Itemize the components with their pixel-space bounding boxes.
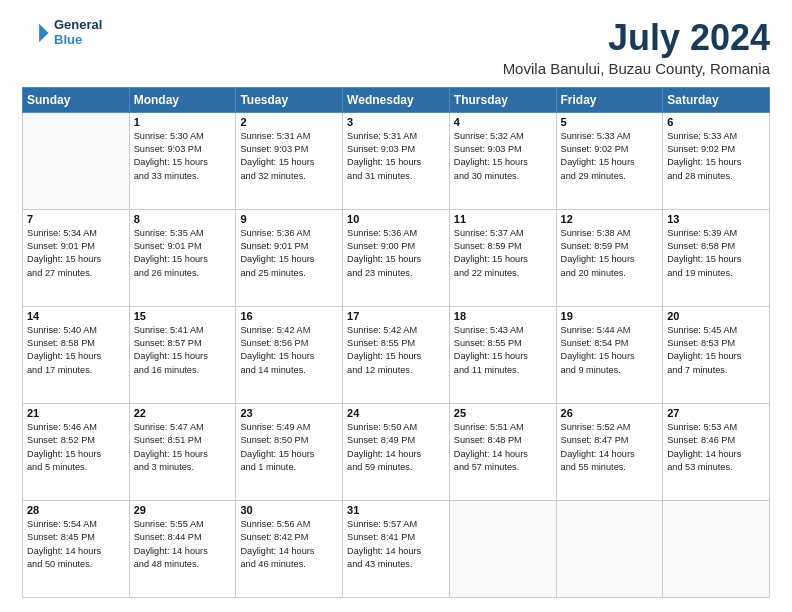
calendar-cell: 11Sunrise: 5:37 AMSunset: 8:59 PMDayligh… [449, 209, 556, 306]
day-number: 16 [240, 310, 338, 322]
calendar-cell: 13Sunrise: 5:39 AMSunset: 8:58 PMDayligh… [663, 209, 770, 306]
logo-line2: Blue [54, 33, 102, 48]
calendar-cell: 31Sunrise: 5:57 AMSunset: 8:41 PMDayligh… [343, 500, 450, 597]
day-info: Sunrise: 5:52 AMSunset: 8:47 PMDaylight:… [561, 421, 659, 474]
day-number: 31 [347, 504, 445, 516]
calendar-table: SundayMondayTuesdayWednesdayThursdayFrid… [22, 87, 770, 598]
day-number: 19 [561, 310, 659, 322]
calendar-cell: 25Sunrise: 5:51 AMSunset: 8:48 PMDayligh… [449, 403, 556, 500]
day-info: Sunrise: 5:55 AMSunset: 8:44 PMDaylight:… [134, 518, 232, 571]
calendar-cell: 20Sunrise: 5:45 AMSunset: 8:53 PMDayligh… [663, 306, 770, 403]
day-number: 18 [454, 310, 552, 322]
day-number: 12 [561, 213, 659, 225]
day-info: Sunrise: 5:49 AMSunset: 8:50 PMDaylight:… [240, 421, 338, 474]
calendar-cell: 7Sunrise: 5:34 AMSunset: 9:01 PMDaylight… [23, 209, 130, 306]
calendar-cell: 30Sunrise: 5:56 AMSunset: 8:42 PMDayligh… [236, 500, 343, 597]
calendar-week-row: 21Sunrise: 5:46 AMSunset: 8:52 PMDayligh… [23, 403, 770, 500]
calendar-day-header: Monday [129, 87, 236, 112]
page: General Blue July 2024 Movila Banului, B… [0, 0, 792, 612]
calendar-cell: 27Sunrise: 5:53 AMSunset: 8:46 PMDayligh… [663, 403, 770, 500]
day-info: Sunrise: 5:32 AMSunset: 9:03 PMDaylight:… [454, 130, 552, 183]
calendar-cell: 29Sunrise: 5:55 AMSunset: 8:44 PMDayligh… [129, 500, 236, 597]
day-number: 6 [667, 116, 765, 128]
day-number: 11 [454, 213, 552, 225]
day-info: Sunrise: 5:46 AMSunset: 8:52 PMDaylight:… [27, 421, 125, 474]
day-number: 4 [454, 116, 552, 128]
day-number: 27 [667, 407, 765, 419]
day-number: 21 [27, 407, 125, 419]
calendar-day-header: Friday [556, 87, 663, 112]
calendar-cell: 23Sunrise: 5:49 AMSunset: 8:50 PMDayligh… [236, 403, 343, 500]
calendar-cell: 8Sunrise: 5:35 AMSunset: 9:01 PMDaylight… [129, 209, 236, 306]
calendar-week-row: 1Sunrise: 5:30 AMSunset: 9:03 PMDaylight… [23, 112, 770, 209]
day-number: 17 [347, 310, 445, 322]
svg-marker-0 [39, 24, 48, 43]
day-number: 22 [134, 407, 232, 419]
calendar-cell: 3Sunrise: 5:31 AMSunset: 9:03 PMDaylight… [343, 112, 450, 209]
calendar-cell: 26Sunrise: 5:52 AMSunset: 8:47 PMDayligh… [556, 403, 663, 500]
day-info: Sunrise: 5:42 AMSunset: 8:56 PMDaylight:… [240, 324, 338, 377]
day-info: Sunrise: 5:50 AMSunset: 8:49 PMDaylight:… [347, 421, 445, 474]
calendar-day-header: Sunday [23, 87, 130, 112]
calendar-cell: 2Sunrise: 5:31 AMSunset: 9:03 PMDaylight… [236, 112, 343, 209]
subtitle: Movila Banului, Buzau County, Romania [503, 60, 770, 77]
day-info: Sunrise: 5:54 AMSunset: 8:45 PMDaylight:… [27, 518, 125, 571]
day-info: Sunrise: 5:56 AMSunset: 8:42 PMDaylight:… [240, 518, 338, 571]
day-info: Sunrise: 5:41 AMSunset: 8:57 PMDaylight:… [134, 324, 232, 377]
title-area: July 2024 Movila Banului, Buzau County, … [503, 18, 770, 77]
calendar-cell: 4Sunrise: 5:32 AMSunset: 9:03 PMDaylight… [449, 112, 556, 209]
day-number: 29 [134, 504, 232, 516]
calendar-cell: 12Sunrise: 5:38 AMSunset: 8:59 PMDayligh… [556, 209, 663, 306]
calendar-cell: 10Sunrise: 5:36 AMSunset: 9:00 PMDayligh… [343, 209, 450, 306]
calendar-cell: 28Sunrise: 5:54 AMSunset: 8:45 PMDayligh… [23, 500, 130, 597]
calendar-cell: 24Sunrise: 5:50 AMSunset: 8:49 PMDayligh… [343, 403, 450, 500]
day-info: Sunrise: 5:36 AMSunset: 9:00 PMDaylight:… [347, 227, 445, 280]
day-number: 14 [27, 310, 125, 322]
day-info: Sunrise: 5:39 AMSunset: 8:58 PMDaylight:… [667, 227, 765, 280]
day-number: 8 [134, 213, 232, 225]
calendar-cell: 22Sunrise: 5:47 AMSunset: 8:51 PMDayligh… [129, 403, 236, 500]
day-number: 9 [240, 213, 338, 225]
calendar-day-header: Tuesday [236, 87, 343, 112]
day-info: Sunrise: 5:42 AMSunset: 8:55 PMDaylight:… [347, 324, 445, 377]
calendar-week-row: 14Sunrise: 5:40 AMSunset: 8:58 PMDayligh… [23, 306, 770, 403]
day-info: Sunrise: 5:53 AMSunset: 8:46 PMDaylight:… [667, 421, 765, 474]
day-info: Sunrise: 5:40 AMSunset: 8:58 PMDaylight:… [27, 324, 125, 377]
day-number: 24 [347, 407, 445, 419]
day-info: Sunrise: 5:33 AMSunset: 9:02 PMDaylight:… [561, 130, 659, 183]
calendar-cell: 1Sunrise: 5:30 AMSunset: 9:03 PMDaylight… [129, 112, 236, 209]
day-number: 15 [134, 310, 232, 322]
calendar-day-header: Wednesday [343, 87, 450, 112]
day-info: Sunrise: 5:47 AMSunset: 8:51 PMDaylight:… [134, 421, 232, 474]
calendar-cell: 18Sunrise: 5:43 AMSunset: 8:55 PMDayligh… [449, 306, 556, 403]
day-info: Sunrise: 5:44 AMSunset: 8:54 PMDaylight:… [561, 324, 659, 377]
day-info: Sunrise: 5:43 AMSunset: 8:55 PMDaylight:… [454, 324, 552, 377]
day-number: 28 [27, 504, 125, 516]
main-title: July 2024 [503, 18, 770, 58]
day-info: Sunrise: 5:36 AMSunset: 9:01 PMDaylight:… [240, 227, 338, 280]
day-number: 7 [27, 213, 125, 225]
day-info: Sunrise: 5:45 AMSunset: 8:53 PMDaylight:… [667, 324, 765, 377]
calendar-day-header: Thursday [449, 87, 556, 112]
calendar-cell: 16Sunrise: 5:42 AMSunset: 8:56 PMDayligh… [236, 306, 343, 403]
day-number: 3 [347, 116, 445, 128]
day-info: Sunrise: 5:34 AMSunset: 9:01 PMDaylight:… [27, 227, 125, 280]
calendar-cell [449, 500, 556, 597]
calendar-cell: 9Sunrise: 5:36 AMSunset: 9:01 PMDaylight… [236, 209, 343, 306]
day-number: 2 [240, 116, 338, 128]
calendar-cell [23, 112, 130, 209]
header: General Blue July 2024 Movila Banului, B… [22, 18, 770, 77]
day-number: 20 [667, 310, 765, 322]
day-info: Sunrise: 5:37 AMSunset: 8:59 PMDaylight:… [454, 227, 552, 280]
logo-icon [22, 19, 50, 47]
day-number: 1 [134, 116, 232, 128]
day-info: Sunrise: 5:31 AMSunset: 9:03 PMDaylight:… [347, 130, 445, 183]
day-number: 23 [240, 407, 338, 419]
calendar-cell: 5Sunrise: 5:33 AMSunset: 9:02 PMDaylight… [556, 112, 663, 209]
day-number: 30 [240, 504, 338, 516]
calendar-cell: 14Sunrise: 5:40 AMSunset: 8:58 PMDayligh… [23, 306, 130, 403]
calendar-header-row: SundayMondayTuesdayWednesdayThursdayFrid… [23, 87, 770, 112]
calendar-cell [663, 500, 770, 597]
calendar-week-row: 7Sunrise: 5:34 AMSunset: 9:01 PMDaylight… [23, 209, 770, 306]
calendar-cell: 15Sunrise: 5:41 AMSunset: 8:57 PMDayligh… [129, 306, 236, 403]
